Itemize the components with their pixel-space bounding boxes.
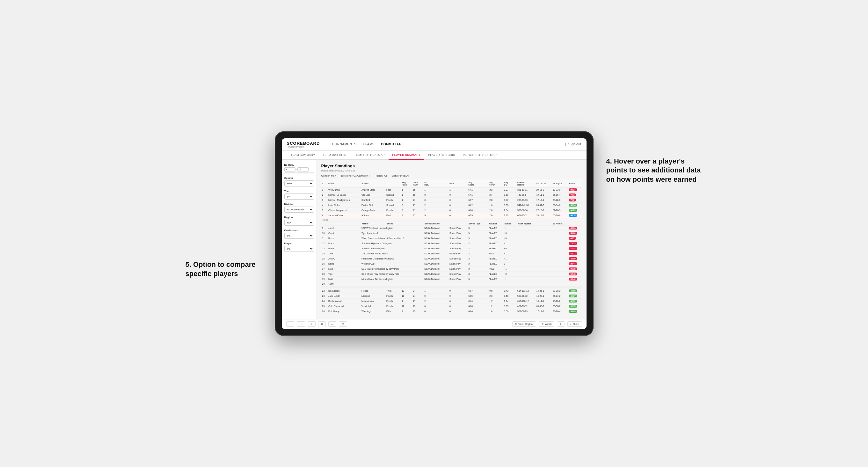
clock-button[interactable]: ⏱: [339, 321, 347, 327]
dash-button[interactable]: —: [328, 321, 337, 327]
col-adj-score: Adj.Score: [467, 180, 488, 187]
filter-conference: Conference: All: [392, 175, 409, 177]
table-area: Player Standings Update time: 27/01/2024…: [317, 160, 587, 319]
player-label: Player: [284, 242, 314, 245]
nav-teams[interactable]: TEAMS: [363, 142, 375, 147]
forward-button[interactable]: →: [297, 321, 305, 327]
points-badge-green-row[interactable]: 39.95: [569, 305, 577, 308]
tab-team-h2h-grid[interactable]: TEAM H2H GRID: [319, 151, 350, 160]
filter-gender: Gender: Men: [321, 175, 336, 177]
points-badge[interactable]: 88.27: [569, 188, 577, 191]
download-button[interactable]: ⬇: [557, 321, 565, 327]
table-row: 9 Jacob UNCW Seahawk Intercollegiate NCA…: [321, 225, 582, 230]
no-rds-min-input[interactable]: [284, 167, 296, 172]
col-no-rds: NoRds.: [423, 180, 448, 187]
division-select[interactable]: NCAA Division I: [284, 207, 314, 213]
points-badge-row[interactable]: 30.47: [569, 262, 577, 265]
points-badge-row[interactable]: 43.64: [569, 227, 577, 229]
no-rds-max-input[interactable]: [298, 167, 309, 172]
table-header-row: Player Standings Update time: 27/01/2024…: [321, 163, 582, 172]
table-row: 25 Cole Sherwood Vanderbilt Fourth 12 23…: [321, 304, 582, 309]
points-badge[interactable]: 76.3: [569, 193, 576, 196]
tab-player-h2h-grid[interactable]: PLAYER H2H GRID: [424, 151, 459, 160]
tab-player-h2h-heatmap[interactable]: PLAYER H2H HEATMAP: [459, 151, 500, 160]
col-avg-par: Avgto-Par: [488, 180, 503, 187]
region-section: Region N/A: [284, 216, 314, 226]
annotation-left: 5. Option to compare specific players: [186, 260, 265, 278]
bottom-toolbar: ← → ↺ ⧉ — ⏱ ⊞ View: Original 👁 Watch ⬇ ⤴: [282, 319, 587, 329]
points-badge-row[interactable]: 56.18: [569, 273, 577, 275]
logo-sub: Powered by clippi: [287, 146, 320, 148]
conference-label: Conference: [284, 229, 314, 232]
points-badge-green-row[interactable]: 40.58: [569, 289, 577, 292]
conference-select[interactable]: (All): [284, 233, 314, 239]
tab-player-summary[interactable]: PLAYER SUMMARY: [389, 151, 425, 160]
col-wins: Wins: [448, 180, 467, 187]
range-track: [284, 173, 314, 174]
table-row: 20 Tachi: [321, 281, 582, 286]
filter-row: Gender: Men Division: NCAA Division I Re…: [321, 175, 582, 177]
back-button[interactable]: ←: [286, 321, 294, 327]
view-original-button[interactable]: ⊞ View: Original: [512, 321, 536, 327]
points-badge-row[interactable]: 35.38: [569, 268, 577, 270]
tablet-screen: SCOREBOARD Powered by clippi TOURNAMENTS…: [282, 138, 587, 329]
update-time: Update time: 27/01/2024 16:56:26: [321, 169, 355, 172]
points-badge-blue-hover[interactable]: 58.18: [569, 214, 577, 217]
nav-tournaments[interactable]: TOURNAMENTS: [330, 142, 356, 147]
col-reg-rank: RegRank: [401, 180, 412, 187]
nav-bar: SCOREBOARD Powered by clippi TOURNAMENTS…: [282, 138, 587, 151]
points-badge-row[interactable]: 73.33: [569, 242, 577, 245]
points-badge-row[interactable]: 66.40: [569, 278, 577, 281]
sign-out-link[interactable]: Sign out: [568, 142, 582, 147]
col-points: Points: [568, 180, 582, 187]
player-select[interactable]: (All): [284, 246, 314, 252]
division-label: Division: [284, 203, 314, 206]
logo-title: SCOREBOARD: [287, 141, 320, 146]
table-row: 17 Luke I SEC Match Play hosted by Jerry…: [321, 266, 582, 271]
conference-section: Conference (All): [284, 229, 314, 239]
points-badge-row[interactable]: 34.11: [569, 252, 577, 255]
table-row: 16 David Williams Cup NCAA Division I Ma…: [321, 261, 582, 266]
division-section: Division NCAA Division I: [284, 203, 314, 213]
region-select[interactable]: N/A: [284, 220, 314, 226]
points-badge-green-row[interactable]: 40.02: [569, 300, 577, 303]
gender-select[interactable]: Men: [284, 180, 314, 186]
points-badge-row[interactable]: 40.7: [569, 237, 576, 240]
points-badge-green-row[interactable]: 38.49: [569, 310, 577, 313]
refresh-button[interactable]: ↺: [308, 321, 316, 327]
col-conf-rank: ConfRank: [412, 180, 424, 187]
nav-committee[interactable]: COMMITTEE: [381, 142, 402, 147]
tab-team-summary[interactable]: TEAM SUMMARY: [287, 151, 319, 160]
table-row: 14 Jake I The Cypress Point Classic NCAA…: [321, 251, 582, 256]
gender-section: Gender Men: [284, 177, 314, 186]
year-section: Year (All): [284, 190, 314, 199]
tooltip-header-row: Player Event Event Division Event Type R…: [321, 222, 582, 225]
col-vs50: Vs Top 50: [552, 180, 568, 187]
share-button[interactable]: ⤴ Share: [567, 321, 582, 327]
no-rds-label: No Rds.: [284, 163, 314, 166]
player-section: Player (All): [284, 242, 314, 252]
points-badge[interactable]: 70.2: [569, 198, 576, 201]
divider-icon: |: [565, 143, 566, 146]
points-badge-green-row[interactable]: 40.27: [569, 294, 577, 298]
eye-icon: 👁: [541, 322, 544, 325]
points-badge-row[interactable]: 37.57: [569, 247, 577, 250]
col-player: Player: [328, 180, 361, 187]
section-divider-row: [321, 286, 582, 288]
points-badge-row[interactable]: 53.60: [569, 232, 577, 235]
table-row: 18 Tiger SEC Stroke Play hosted by Jerry…: [321, 271, 582, 276]
filter-region: Region: All: [375, 175, 387, 177]
main-content: No Rds. - Gender Men: [282, 160, 587, 319]
table-row: 10 Gordi Tiger Invitational NCAA Divisio…: [321, 230, 582, 236]
watch-button[interactable]: 👁 Watch: [539, 321, 555, 327]
col-vs25: Vs Top 25: [535, 180, 552, 187]
tab-team-h2h-heatmap[interactable]: TEAM H2H HEATMAP: [350, 151, 389, 160]
points-badge-green[interactable]: 60.89: [569, 209, 577, 212]
points-badge-row[interactable]: 45.50: [569, 257, 577, 260]
no-rds-section: No Rds. -: [284, 163, 314, 174]
copy-button[interactable]: ⧉: [318, 321, 326, 327]
table-row: 2 Michael La Sasso Ole Miss Second 1 18 …: [321, 192, 582, 197]
points-badge-green[interactable]: 68.94: [569, 204, 577, 207]
year-select[interactable]: (All): [284, 193, 314, 199]
standings-title: Player Standings: [321, 163, 355, 168]
